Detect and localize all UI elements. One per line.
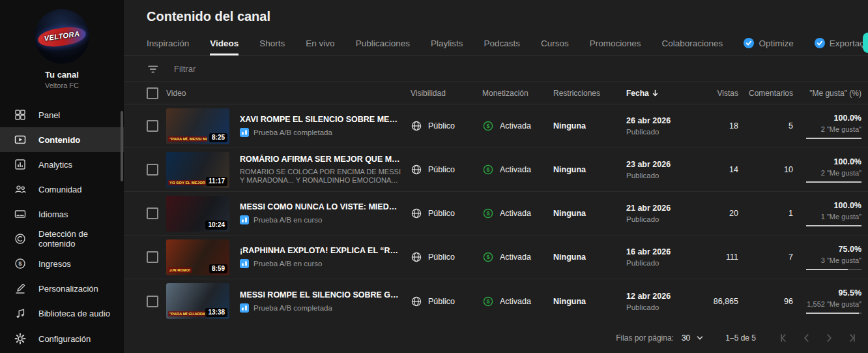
globe-icon [411, 164, 422, 176]
video-thumbnail[interactable]: ¡UN ROBO! 8:59 [166, 239, 229, 275]
sidebar-item-configuracion[interactable]: Configuración [0, 326, 124, 351]
video-title[interactable]: MESSI ROMPE EL SILENCIO SOBRE GUARDIOLA.… [240, 290, 401, 299]
sidebar-item-biblioteca-audio[interactable]: Biblioteca de audio [0, 301, 124, 326]
table-row[interactable]: "PARA MÍ GUARDIOLA ES..." 13:38 MESSI RO… [124, 279, 868, 323]
sidebar-scrollbar[interactable] [121, 111, 123, 181]
tab-podcasts[interactable]: Podcasts [484, 33, 520, 55]
thumbnail-caption: ¡UN ROBO! [168, 268, 192, 273]
monetization-cell[interactable]: $ Activada [482, 207, 553, 219]
tab-inspiracion[interactable]: Inspiración [147, 33, 189, 55]
monetization-cell[interactable]: $ Activada [482, 296, 553, 307]
monetization-icon: $ [482, 296, 494, 307]
video-thumbnail[interactable]: 10:24 [166, 196, 229, 232]
tab-publicaciones[interactable]: Publicaciones [356, 33, 410, 55]
last-page-button[interactable] [843, 330, 859, 346]
video-title[interactable]: MESSI COMO NUNCA LO VISTE: MIEDO, MARAD.… [240, 202, 401, 211]
visibility-cell[interactable]: Público [411, 251, 482, 263]
svg-text:$: $ [486, 123, 489, 129]
page-title: Contenido del canal [147, 9, 270, 24]
row-checkbox[interactable] [147, 296, 158, 307]
row-checkbox[interactable] [147, 120, 158, 132]
tab-shorts[interactable]: Shorts [259, 33, 285, 55]
table-row[interactable]: ¡UN ROBO! 8:59 ¡RAPHINHA EXPLOTA! EXPLIC… [124, 236, 868, 279]
visibility-cell[interactable]: Público [411, 207, 482, 219]
tab-videos[interactable]: Videos [210, 33, 239, 55]
tab-cursos[interactable]: Cursos [541, 33, 569, 55]
svg-text:$: $ [486, 210, 489, 217]
monetization-cell[interactable]: $ Activada [482, 251, 553, 263]
video-title[interactable]: XAVI ROMPE EL SILENCIO SOBRE MESSI Y LA … [240, 115, 401, 124]
monetization-cell[interactable]: $ Activada [482, 120, 553, 132]
sidebar-item-deteccion-contenido[interactable]: Detección de contenido [0, 226, 124, 251]
header-monetizacion[interactable]: Monetización [482, 89, 553, 98]
sidebar-item-contenido[interactable]: Contenido [0, 127, 124, 152]
sidebar-item-label: Detección de contenido [38, 229, 124, 249]
visibility-cell[interactable]: Público [411, 120, 482, 132]
header-fecha[interactable]: Fecha [626, 89, 694, 98]
rows-per-page-select[interactable]: 30 [682, 333, 704, 343]
header-vistas[interactable]: Vistas [694, 89, 738, 98]
ab-test-icon [240, 303, 249, 313]
sidebar-item-idiomas[interactable]: Idiomas [0, 202, 124, 226]
tab-exportacao-csv[interactable]: Exportação de CSV [815, 33, 868, 55]
row-checkbox[interactable] [147, 164, 158, 176]
copyright-icon [14, 232, 27, 245]
video-thumbnail[interactable]: "PARA MÍ GUARDIOLA ES..." 13:38 [166, 283, 229, 319]
likes-ratio-bar [806, 181, 861, 183]
first-page-button[interactable] [777, 330, 792, 346]
channel-handle: Veltora FC [45, 82, 79, 89]
header-restricciones[interactable]: Restricciones [553, 89, 626, 98]
sidebar-item-comunidad[interactable]: Comunidad [0, 177, 124, 202]
channel-avatar[interactable]: VELTORA [35, 9, 89, 64]
video-title[interactable]: ROMÁRIO AFIRMA SER MEJOR QUE MESSI Y M..… [240, 155, 401, 164]
tab-colaboraciones[interactable]: Colaboraciones [662, 33, 723, 55]
dollar-icon: $ [14, 257, 27, 270]
video-title[interactable]: ¡RAPHINHA EXPLOTA! EXPLICA EL “ROBO”... … [240, 246, 401, 255]
restrictions-cell: Ninguna [553, 209, 626, 218]
table-row[interactable]: YO SOY EL MEJOR 11:17 ROMÁRIO AFIRMA SER… [124, 148, 868, 192]
community-icon [14, 183, 27, 196]
vidiq-icon [815, 38, 825, 48]
views-cell: 18 [694, 121, 738, 130]
likes-ratio-bar [806, 313, 861, 314]
select-all-checkbox[interactable] [147, 87, 158, 99]
tabs-bar: Inspiración Videos Shorts En vivo Public… [124, 33, 868, 56]
restrictions-cell: Ninguna [553, 165, 626, 174]
table-row[interactable]: 10:24 MESSI COMO NUNCA LO VISTE: MIEDO, … [124, 192, 868, 236]
video-thumbnail[interactable]: "PARA MÍ, MESSI NO..." 8:25 [166, 108, 229, 144]
header-me-gusta[interactable]: "Me gusta" (%) [793, 89, 861, 98]
filter-bar [124, 56, 868, 82]
video-description: ROMARIO SE COLOCA POR ENCIMA DE MESSI Y … [240, 168, 401, 185]
tab-playlists[interactable]: Playlists [431, 33, 463, 55]
table-row[interactable]: "PARA MÍ, MESSI NO..." 8:25 XAVI ROMPE E… [124, 104, 868, 148]
visibility-cell[interactable]: Público [411, 296, 482, 307]
sidebar-item-analytics[interactable]: Analytics [0, 152, 124, 177]
tab-promociones[interactable]: Promociones [590, 33, 641, 55]
views-cell: 86,865 [694, 297, 738, 306]
comments-cell: 5 [738, 121, 793, 130]
filter-input[interactable] [174, 64, 369, 74]
sidebar-item-personalizacion[interactable]: Personalización [0, 276, 124, 301]
sidebar-item-panel[interactable]: Panel [0, 102, 124, 127]
tab-en-vivo[interactable]: En vivo [306, 33, 334, 55]
video-duration: 10:24 [205, 221, 227, 230]
next-page-button[interactable] [821, 330, 837, 346]
tab-optimize[interactable]: Optimize [744, 33, 793, 55]
header-video[interactable]: Video [166, 89, 411, 98]
partial-edge-button[interactable] [863, 33, 868, 53]
sidebar-item-ingresos[interactable]: $ Ingresos [0, 251, 124, 276]
monetization-icon: $ [482, 164, 494, 176]
chevron-down-icon [695, 333, 704, 343]
previous-page-button[interactable] [799, 330, 815, 346]
row-checkbox[interactable] [147, 251, 158, 263]
comments-cell: 7 [738, 253, 793, 262]
monetization-cell[interactable]: $ Activada [482, 164, 553, 176]
row-checkbox[interactable] [147, 207, 158, 219]
likes-cell: 100.0% 1 "Me gusta" [793, 201, 861, 226]
visibility-cell[interactable]: Público [411, 164, 482, 176]
music-note-icon [14, 307, 27, 320]
header-comentarios[interactable]: Comentarios [738, 89, 793, 98]
date-cell: 21 abr 2026 Publicado [626, 204, 694, 223]
header-visibilidad[interactable]: Visibilidad [411, 89, 482, 98]
video-thumbnail[interactable]: YO SOY EL MEJOR 11:17 [166, 152, 229, 188]
